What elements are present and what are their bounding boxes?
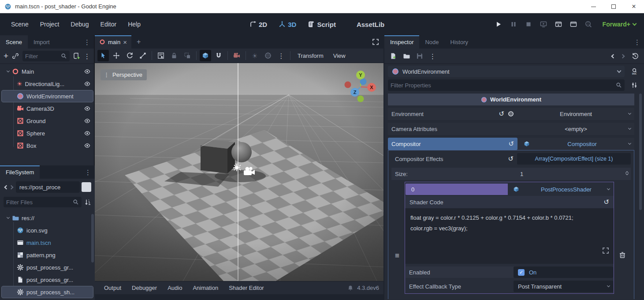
- panel-animation-button[interactable]: Animation: [188, 283, 223, 293]
- history-forward-button[interactable]: [621, 54, 625, 58]
- filesystem-filter-box[interactable]: [4, 197, 82, 207]
- axis-neg-y[interactable]: [357, 96, 364, 102]
- history-icon[interactable]: [632, 52, 639, 60]
- pause-button[interactable]: [508, 19, 519, 30]
- workspace-script-button[interactable]: Script: [304, 19, 339, 30]
- axis-neg-x[interactable]: [345, 82, 351, 88]
- panel-shader-editor-button[interactable]: Shader Editor: [224, 283, 269, 293]
- tree-row-camera3d[interactable]: Camera3D: [2, 103, 93, 114]
- eye-icon[interactable]: [84, 130, 90, 136]
- fs-row-post-process-shader[interactable]: post_process_sh...: [2, 286, 93, 298]
- spinner-icon[interactable]: [626, 173, 628, 175]
- scene-filter-input[interactable]: [25, 53, 61, 60]
- menu-help[interactable]: Help: [123, 18, 145, 30]
- array-index-cell[interactable]: 0: [406, 184, 508, 195]
- preview-camera-button[interactable]: [231, 50, 242, 61]
- shader-code-header[interactable]: Shader Code ↺: [405, 196, 614, 208]
- camera-attributes-value-dropdown[interactable]: <empty>: [517, 123, 634, 135]
- tab-scene[interactable]: Scene: [0, 35, 28, 49]
- tab-filesystem[interactable]: FileSystem: [0, 165, 40, 179]
- nav-forward-button[interactable]: [9, 185, 14, 189]
- tree-row-directionallight[interactable]: ☀ DirectionalLig...: [2, 78, 93, 90]
- tree-row-box[interactable]: Box: [2, 140, 93, 151]
- bell-icon[interactable]: [347, 285, 354, 291]
- menu-editor[interactable]: Editor: [96, 18, 122, 30]
- fs-row-post-process-file[interactable]: post_process_gr...: [2, 274, 93, 285]
- checkbox-checked-icon[interactable]: ✓: [518, 269, 525, 276]
- list-select-button[interactable]: [155, 50, 167, 61]
- workspace-2d-button[interactable]: 2D: [246, 19, 271, 30]
- panel-audio-button[interactable]: Audio: [163, 283, 187, 293]
- rotate-tool-button[interactable]: [124, 50, 135, 61]
- current-path-field[interactable]: res://post_proce: [16, 181, 80, 193]
- menu-project[interactable]: Project: [35, 18, 64, 30]
- history-back-button[interactable]: [611, 54, 616, 58]
- new-scene-tab-button[interactable]: +: [131, 35, 146, 49]
- view-menu[interactable]: View: [329, 51, 350, 61]
- add-node-button[interactable]: +: [4, 51, 8, 61]
- edited-object-selector[interactable]: WorldEnvironment: [388, 66, 625, 77]
- viewport-3d[interactable]: Y X Z ⋮ Perspective: [95, 63, 383, 281]
- expand-icon[interactable]: [602, 247, 609, 254]
- revert-icon[interactable]: ↺: [508, 155, 514, 163]
- save-resource-button[interactable]: [416, 52, 423, 60]
- instance-scene-button[interactable]: [12, 52, 19, 60]
- transform-menu[interactable]: Transform: [294, 51, 328, 61]
- select-tool-button[interactable]: [97, 50, 109, 61]
- nav-back-button[interactable]: [4, 185, 9, 189]
- fs-row-root[interactable]: res://: [2, 212, 93, 224]
- menu-scene[interactable]: Scene: [6, 18, 34, 30]
- movie-maker-button[interactable]: [568, 19, 579, 30]
- open-docs-button[interactable]: [628, 65, 641, 78]
- revert-icon[interactable]: ↺: [508, 140, 514, 148]
- remote-play-button[interactable]: [538, 19, 549, 30]
- fs-row-pattern-png[interactable]: pattern.png: [2, 249, 93, 261]
- inspector-filter-box[interactable]: [388, 79, 625, 91]
- property-tools-button[interactable]: [628, 79, 641, 91]
- effect-callback-type-dropdown[interactable]: Post Transparent: [514, 281, 613, 292]
- panel-output-button[interactable]: Output: [99, 283, 126, 293]
- toggle-sun-button[interactable]: ☀: [249, 50, 261, 61]
- tab-import[interactable]: Import: [28, 35, 56, 49]
- minimize-button[interactable]: [583, 0, 603, 13]
- lock-button[interactable]: [168, 50, 180, 61]
- chevron-down-icon[interactable]: [7, 69, 10, 72]
- close-button[interactable]: ×: [624, 0, 644, 13]
- revert-icon[interactable]: ↺: [603, 198, 609, 206]
- dots-vertical-icon[interactable]: ⋮: [84, 53, 90, 60]
- size-spinbox[interactable]: 1: [514, 168, 631, 180]
- move-tool-button[interactable]: [111, 50, 122, 61]
- distraction-free-button[interactable]: [368, 35, 383, 49]
- workspace-assetlib-button[interactable]: AssetLib: [344, 19, 388, 30]
- group-button[interactable]: [182, 50, 193, 61]
- tree-row-sphere[interactable]: Sphere: [2, 128, 93, 139]
- eye-icon[interactable]: [84, 68, 90, 75]
- toggle-environment-button[interactable]: [262, 50, 274, 61]
- snap-button[interactable]: [213, 50, 224, 61]
- sort-icon[interactable]: [84, 199, 91, 206]
- tree-row-ground[interactable]: Ground: [2, 115, 93, 127]
- inspector-dock-menu-button[interactable]: ⋮: [630, 35, 644, 49]
- eye-icon[interactable]: [84, 81, 90, 87]
- stop-button[interactable]: [523, 19, 534, 30]
- perspective-menu[interactable]: ⋮ Perspective: [101, 69, 147, 80]
- load-resource-button[interactable]: [403, 52, 410, 60]
- item0-resource-dropdown[interactable]: PostProcessShader: [508, 184, 613, 195]
- panel-debugger-button[interactable]: Debugger: [127, 283, 162, 293]
- compositor-value-dropdown[interactable]: Compositor: [517, 138, 634, 150]
- trash-icon[interactable]: [619, 251, 626, 259]
- eye-icon[interactable]: [84, 118, 90, 124]
- menu-debug[interactable]: Debug: [66, 18, 93, 30]
- maximize-button[interactable]: [603, 0, 624, 13]
- filesystem-scrollbar[interactable]: [91, 214, 94, 262]
- play-button[interactable]: [493, 19, 504, 30]
- profiler-button[interactable]: [583, 19, 594, 30]
- tab-inspector[interactable]: Inspector: [384, 35, 419, 49]
- resource-menu-button[interactable]: ⋮: [429, 53, 436, 60]
- workspace-3d-button[interactable]: 3D: [275, 19, 300, 30]
- fs-row-post-process-gd[interactable]: post_process_gr...: [2, 262, 93, 273]
- inspector-filter-input[interactable]: [391, 82, 616, 89]
- eye-icon[interactable]: [84, 142, 90, 149]
- close-tab-icon[interactable]: ×: [123, 38, 127, 46]
- renderer-select[interactable]: Forward+: [603, 21, 636, 28]
